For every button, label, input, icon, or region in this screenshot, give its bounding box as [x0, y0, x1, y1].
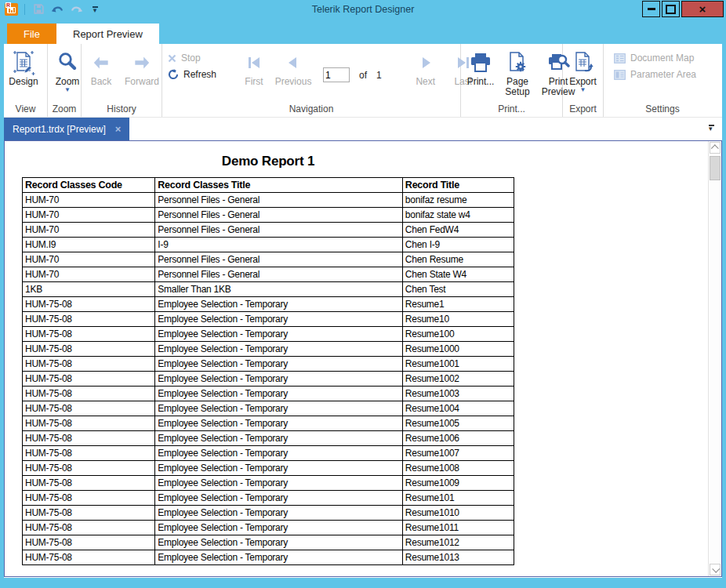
stop-button[interactable]: Stop: [168, 52, 216, 64]
column-header-record-title: Record Title: [402, 178, 514, 193]
page-setup-button[interactable]: Page Setup: [499, 45, 535, 103]
close-icon: ×: [699, 3, 706, 15]
table-cell: HUM-75-08: [23, 446, 155, 461]
zoom-button[interactable]: Zoom ▼: [50, 45, 85, 103]
window-controls: ×: [641, 1, 724, 17]
table-cell: HUM-75-08: [23, 342, 155, 357]
tab-file[interactable]: File: [7, 24, 56, 44]
table-row: HUM-70 Personnel Files - General Chen St…: [23, 267, 514, 282]
maximize-button[interactable]: [662, 1, 680, 17]
table-cell: bonifaz resume: [402, 193, 514, 208]
table-cell: Employee Selection - Temporary: [155, 401, 403, 416]
table-cell: HUM-75-08: [23, 521, 155, 535]
table-cell: Chen State W4: [402, 267, 514, 282]
report-page: Demo Report 1 Record Classes Code Record…: [5, 141, 708, 576]
previous-page-label: Previous: [275, 77, 312, 87]
table-cell: HUM-75-08: [23, 491, 155, 506]
table-cell: HUM-75-08: [23, 476, 155, 491]
group-label-navigation: Navigation: [162, 103, 460, 117]
scroll-down-button[interactable]: [710, 564, 721, 575]
table-row: HUM-70 Personnel Files - General Chen Fe…: [23, 223, 514, 238]
maximize-icon: [666, 5, 676, 14]
parameter-area-button[interactable]: Parameter Area: [614, 68, 696, 81]
ribbon-tab-row: File Report Preview: [0, 18, 726, 44]
ribbon-group-print: Print... Page Setup: [461, 44, 563, 117]
table-cell: Resume101: [402, 491, 514, 506]
document-tab-label: Report1.trdx [Preview]: [13, 124, 106, 135]
previous-page-button[interactable]: Previous: [276, 45, 310, 103]
app-icon[interactable]: R: [5, 3, 18, 16]
table-row: HUM-75-08 Employee Selection - Temporary…: [23, 446, 514, 461]
chevron-up-icon: [710, 144, 718, 152]
table-cell: Employee Selection - Temporary: [155, 342, 403, 357]
ribbon-group-navigation: Stop Refresh First: [162, 44, 461, 117]
page-setup-label: Page Setup: [501, 77, 534, 97]
forward-button[interactable]: Forward: [125, 45, 159, 103]
document-map-button[interactable]: Document Map: [614, 52, 696, 64]
table-cell: Employee Selection - Temporary: [155, 461, 403, 476]
table-row: HUM-75-08 Employee Selection - Temporary…: [23, 521, 514, 535]
minimize-button[interactable]: [642, 1, 660, 17]
table-cell: HUM-75-08: [23, 401, 155, 416]
close-button[interactable]: ×: [681, 1, 724, 17]
table-cell: Resume1002: [402, 372, 514, 387]
document-map-icon: [614, 53, 626, 64]
table-cell: Employee Selection - Temporary: [155, 446, 403, 461]
table-cell: I-9: [155, 238, 403, 252]
page-setup-icon: [506, 49, 528, 77]
tab-report-preview[interactable]: Report Preview: [56, 24, 159, 44]
page-number-input[interactable]: [323, 67, 350, 82]
table-row: HUM-75-08 Employee Selection - Temporary…: [23, 357, 514, 372]
table-cell: Smaller Than 1KB: [155, 282, 403, 297]
export-button[interactable]: Export ▼: [566, 45, 601, 103]
titlebar: Telerik Report Designer R ▾ ×: [0, 0, 726, 18]
column-header-record-classes-title: Record Classes Title: [155, 178, 403, 193]
first-page-icon: [245, 49, 263, 77]
ribbon: Design View Zoom ▼ Zoom: [4, 44, 722, 118]
report-preview-area: Demo Report 1 Record Classes Code Record…: [4, 140, 722, 577]
forward-icon: [132, 49, 152, 77]
table-cell: HUM-70: [23, 208, 155, 223]
stop-label: Stop: [181, 53, 201, 64]
tab-list-dropdown-icon[interactable]: ▾: [709, 125, 714, 131]
report-table: Record Classes Code Record Classes Title…: [22, 177, 514, 565]
table-cell: HUM-70: [23, 223, 155, 238]
scroll-up-button[interactable]: [710, 142, 721, 154]
table-cell: Resume10: [402, 312, 514, 327]
first-page-button[interactable]: First: [237, 45, 271, 103]
previous-page-icon: [285, 49, 302, 77]
print-button[interactable]: Print...: [463, 45, 498, 103]
table-cell: Employee Selection - Temporary: [155, 535, 403, 550]
table-cell: HUM-75-08: [23, 535, 155, 550]
table-cell: HUM-75-08: [23, 550, 155, 565]
table-row: HUM-70 Personnel Files - General Chen Re…: [23, 252, 514, 267]
ribbon-group-settings: Document Map Parameter Area Settings: [604, 44, 721, 117]
vertical-scrollbar[interactable]: [708, 141, 721, 576]
table-cell: bonifaz state w4: [402, 208, 514, 223]
export-dropdown-icon: ▼: [580, 88, 586, 93]
table-cell: Personnel Files - General: [155, 193, 403, 208]
scrollbar-thumb[interactable]: [710, 156, 721, 180]
ribbon-group-history: Back Forward History: [82, 44, 162, 117]
document-tab-close-icon[interactable]: ×: [115, 124, 122, 134]
table-body: HUM-70 Personnel Files - General bonifaz…: [23, 193, 514, 565]
document-tab-report1[interactable]: Report1.trdx [Preview] ×: [4, 118, 129, 140]
table-cell: HUM-75-08: [23, 461, 155, 476]
table-row: HUM-75-08 Employee Selection - Temporary…: [23, 342, 514, 357]
table-cell: Resume1008: [402, 461, 514, 476]
refresh-button[interactable]: Refresh: [168, 68, 216, 81]
table-cell: Personnel Files - General: [155, 223, 403, 238]
table-cell: HUM-75-08: [23, 416, 155, 431]
table-cell: Personnel Files - General: [155, 252, 403, 267]
back-button[interactable]: Back: [84, 45, 118, 103]
table-cell: Chen FedW4: [402, 223, 514, 238]
table-cell: HUM-75-08: [23, 431, 155, 446]
parameter-area-label: Parameter Area: [630, 69, 696, 80]
design-button[interactable]: Design: [6, 45, 41, 103]
table-cell: Employee Selection - Temporary: [155, 491, 403, 506]
table-cell: Resume1006: [402, 431, 514, 446]
group-label-zoom: Zoom: [48, 103, 81, 117]
table-cell: HUM-75-08: [23, 357, 155, 372]
next-page-button[interactable]: Next: [408, 45, 443, 103]
table-cell: HUM-75-08: [23, 372, 155, 387]
